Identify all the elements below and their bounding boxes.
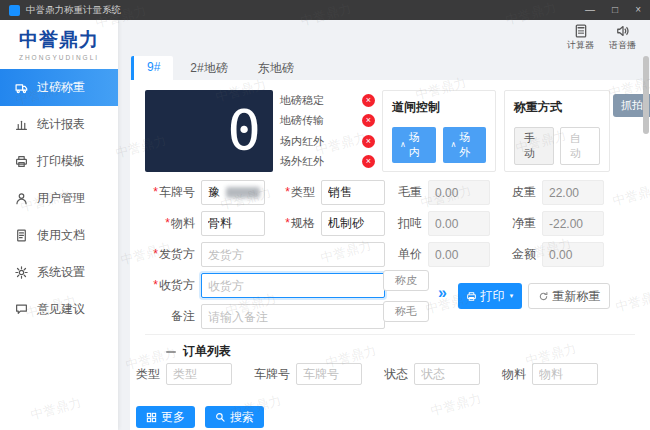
material-label: *物料	[145, 215, 195, 232]
sender-label: *发货方	[145, 246, 195, 263]
filter-type-input[interactable]	[166, 363, 232, 385]
status-item: 地磅传输 ×	[280, 111, 375, 132]
gate-out-label: 场外	[459, 130, 478, 160]
bar-chart-icon	[15, 118, 28, 131]
gate-in-button[interactable]: ∧ 场内	[392, 127, 436, 163]
error-x-icon: ×	[362, 135, 375, 148]
weighing-panel: 0 地磅稳定 × 地磅传输 × 场内红外 × 场外红外 ×	[130, 80, 650, 430]
voice-tool[interactable]: 语音播	[609, 24, 636, 52]
sidebar-item-settings[interactable]: 系统设置	[0, 254, 118, 291]
tool-label: 语音播	[609, 39, 636, 52]
weight-value: 0	[227, 97, 261, 162]
filter-material-label: 物料	[502, 366, 526, 383]
gross-weight-input[interactable]	[428, 180, 490, 205]
more-label: 更多	[161, 409, 185, 426]
tare-weight-label: 皮重	[502, 184, 536, 201]
type-input[interactable]	[321, 180, 385, 205]
sender-input[interactable]	[201, 242, 385, 267]
plate-label: *车牌号	[145, 184, 195, 201]
form-row: 毛重 皮重	[392, 180, 616, 205]
app-icon	[9, 5, 20, 16]
required-mark: *	[285, 185, 290, 199]
window-title: 中誉鼎力称重计量系统	[26, 4, 585, 17]
collapse-icon	[166, 351, 176, 353]
filter-material: 物料	[502, 363, 598, 385]
vertical-scrollbar[interactable]	[643, 56, 649, 134]
amount-label: 金额	[502, 246, 536, 263]
orders-actions: 更多 搜索	[136, 406, 264, 428]
orders-header[interactable]: 订单列表	[166, 343, 231, 360]
sidebar-item-label: 统计报表	[37, 116, 85, 133]
status-item: 场外红外 ×	[280, 152, 375, 173]
receiver-input[interactable]	[201, 273, 385, 298]
form-row: *收货方	[145, 273, 385, 298]
tab-label: 9#	[147, 60, 160, 74]
gate-control-box: 道闸控制 ∧ 场内 ∧ 场外	[382, 90, 496, 172]
grid-icon	[146, 412, 157, 423]
mode-auto-option[interactable]: 自动	[560, 127, 600, 165]
gate-out-button[interactable]: ∧ 场外	[443, 127, 487, 163]
filter-status-input[interactable]	[414, 363, 480, 385]
weigh-mode-box: 称重方式 手动 自动	[504, 90, 610, 172]
deduction-input[interactable]	[428, 211, 490, 236]
status-label: 场外红外	[280, 154, 324, 169]
sidebar-item-label: 打印模板	[37, 153, 85, 170]
calculator-icon	[574, 24, 588, 38]
reweigh-button[interactable]: 重新称重	[528, 283, 610, 309]
spec-input[interactable]	[321, 211, 385, 236]
chat-bubble-icon	[15, 303, 28, 316]
unit-price-input[interactable]	[428, 242, 490, 267]
filter-status: 状态	[384, 363, 480, 385]
more-button[interactable]: 更多	[136, 406, 195, 428]
tab-label: 东地磅	[258, 61, 294, 75]
unit-price-label: 单价	[392, 246, 422, 263]
logo-title: 中誉鼎力	[0, 27, 118, 53]
sidebar-item-print-templates[interactable]: 打印模板	[0, 143, 118, 180]
filter-material-input[interactable]	[532, 363, 598, 385]
tool-label: 计算器	[567, 39, 594, 52]
status-label: 地磅传输	[280, 113, 324, 128]
gear-icon	[15, 266, 28, 279]
sidebar-item-weighing[interactable]: 过磅称重	[0, 69, 118, 106]
redaction-mask	[226, 187, 260, 198]
form-row: *物料 *规格	[145, 211, 385, 236]
sidebar-item-user-management[interactable]: 用户管理	[0, 180, 118, 217]
maximize-button[interactable]: □	[612, 0, 618, 20]
truck-scale-icon	[15, 81, 28, 94]
tare-weight-input[interactable]	[542, 180, 604, 205]
search-button[interactable]: 搜索	[205, 406, 264, 428]
remark-input[interactable]	[201, 304, 385, 329]
net-weight-input[interactable]	[542, 211, 604, 236]
caret-down-icon: ▼	[509, 293, 515, 299]
filter-plate-input[interactable]	[296, 363, 362, 385]
tab-label: 2#地磅	[190, 61, 227, 75]
window-controls: — □ ×	[585, 0, 641, 20]
required-mark: *	[153, 247, 158, 261]
tab-scale-9[interactable]: 9#	[131, 56, 173, 80]
print-label: 打印	[481, 288, 505, 305]
net-weight-label: 净重	[502, 215, 536, 232]
titlebar: 中誉鼎力称重计量系统 — □ ×	[0, 0, 650, 20]
form-row: 单价 金额	[392, 242, 616, 267]
minimize-button[interactable]: —	[585, 0, 595, 20]
sidebar-item-reports[interactable]: 统计报表	[0, 106, 118, 143]
mode-manual-option[interactable]: 手动	[514, 127, 554, 165]
required-mark: *	[153, 278, 158, 292]
order-form-right: 毛重 皮重 扣吨 净重 单价 金额	[392, 180, 616, 273]
material-input[interactable]	[201, 211, 265, 236]
sidebar-item-docs[interactable]: 使用文档	[0, 217, 118, 254]
tab-scale-2[interactable]: 2#地磅	[177, 56, 240, 80]
weigh-tare-button[interactable]: 称皮	[383, 270, 429, 291]
form-row: 备注	[145, 304, 385, 329]
weigh-gross-button[interactable]: 称毛	[383, 301, 429, 322]
weight-display: 0	[145, 90, 273, 172]
sidebar-item-label: 意见建议	[37, 301, 85, 318]
refresh-icon	[538, 291, 549, 302]
close-button[interactable]: ×	[635, 0, 641, 20]
sidebar-item-feedback[interactable]: 意见建议	[0, 291, 118, 328]
search-icon	[215, 412, 226, 423]
print-button[interactable]: 打印 ▼	[458, 283, 522, 309]
amount-input[interactable]	[542, 242, 604, 267]
tab-scale-east[interactable]: 东地磅	[245, 56, 307, 80]
calculator-tool[interactable]: 计算器	[567, 24, 594, 52]
